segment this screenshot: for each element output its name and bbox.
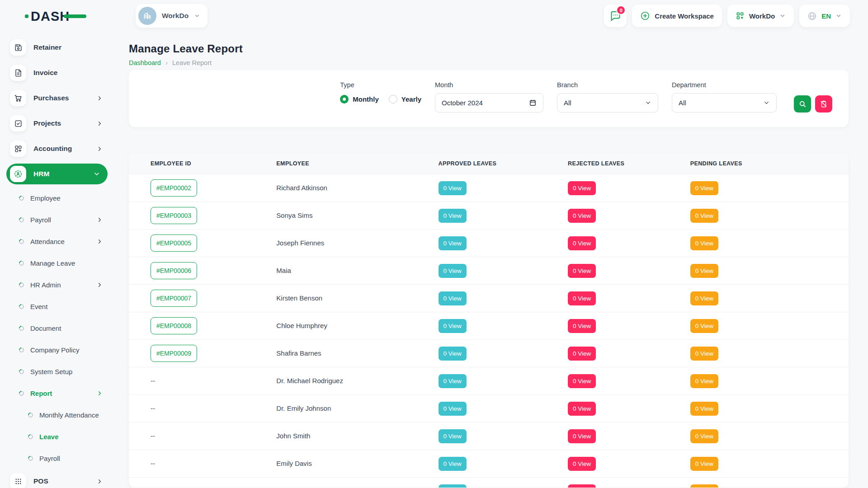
- rejected-leaves-view-badge[interactable]: 0 View: [568, 457, 596, 471]
- sidebar-item-invoice[interactable]: Invoice: [10, 62, 104, 83]
- approved-leaves-view-badge[interactable]: 0 View: [439, 291, 467, 305]
- pending-leaves-view-badge[interactable]: 0 View: [690, 457, 718, 471]
- pending-leaves-view-badge[interactable]: 0 View: [690, 209, 718, 223]
- sidebar-subitem-monthly-attendance[interactable]: Monthly Attendance: [10, 406, 104, 424]
- department-select[interactable]: All: [672, 93, 777, 113]
- sidebar-item-pos[interactable]: POS: [10, 471, 104, 488]
- bullet-icon: [27, 433, 34, 440]
- radio-yearly[interactable]: Yearly: [389, 95, 421, 103]
- employee-id-button[interactable]: #EMP00006: [151, 262, 197, 279]
- pending-leaves-view-badge[interactable]: 0 View: [690, 484, 718, 488]
- sidebar-subitem-document[interactable]: Document: [10, 319, 104, 337]
- pending-leaves-view-badge[interactable]: 0 View: [690, 402, 718, 416]
- sidebar-item-projects[interactable]: Projects: [10, 113, 104, 134]
- employee-name-cell: John Smith: [276, 432, 438, 440]
- sidebar-subitem-system-setup[interactable]: System Setup: [10, 362, 104, 380]
- sidebar-subitem-label: Employee: [30, 194, 104, 202]
- employee-id-button[interactable]: #EMP00009: [151, 345, 197, 362]
- employee-name-cell: Sonya Sims: [276, 211, 438, 220]
- approved-leaves-view-badge[interactable]: 0 View: [439, 374, 467, 388]
- pending-leaves-view-badge[interactable]: 0 View: [690, 347, 718, 361]
- radio-unchecked-icon[interactable]: [389, 95, 397, 103]
- employee-name-cell: Shafira Barnes: [276, 349, 438, 357]
- rejected-leaves-view-badge[interactable]: 0 View: [568, 264, 596, 278]
- approved-leaves-view-badge[interactable]: 0 View: [439, 484, 467, 488]
- sidebar-subitem-payroll[interactable]: Payroll: [10, 449, 104, 467]
- create-workspace-button[interactable]: Create Workspace: [632, 5, 722, 27]
- rejected-leaves-view-badge[interactable]: 0 View: [568, 236, 596, 250]
- col-employee-id: EMPLOYEE ID: [129, 160, 276, 167]
- approved-leaves-view-badge[interactable]: 0 View: [439, 457, 467, 471]
- rejected-leaves-cell: 0 View: [568, 374, 690, 388]
- sidebar-subitem-hr-admin[interactable]: HR Admin: [10, 276, 104, 294]
- employee-name: Dr. Emily Johnson: [276, 404, 331, 412]
- sidebar-subitem-event[interactable]: Event: [10, 297, 104, 315]
- rejected-leaves-view-badge[interactable]: 0 View: [568, 374, 596, 388]
- employee-id-button[interactable]: #EMP00003: [151, 207, 197, 224]
- employee-id-button[interactable]: #EMP00008: [151, 317, 197, 334]
- workdo-menu-button[interactable]: WorkDo: [727, 5, 794, 27]
- rejected-leaves-view-badge[interactable]: 0 View: [568, 319, 596, 333]
- calendar-icon[interactable]: [529, 99, 537, 107]
- pending-leaves-view-badge[interactable]: 0 View: [690, 236, 718, 250]
- approved-leaves-view-badge[interactable]: 0 View: [439, 264, 467, 278]
- month-input[interactable]: October 2024: [435, 93, 543, 113]
- language-selector[interactable]: EN: [799, 5, 850, 27]
- radio-checked-icon[interactable]: [340, 95, 349, 103]
- sidebar-item-retainer[interactable]: Retainer: [10, 37, 104, 58]
- bullet-icon: [18, 194, 25, 202]
- sidebar-subitem-company-policy[interactable]: Company Policy: [10, 341, 104, 359]
- sidebar-subitem-leave[interactable]: Leave: [10, 427, 104, 446]
- approved-leaves-view-badge[interactable]: 0 View: [439, 429, 467, 443]
- pending-leaves-view-badge[interactable]: 0 View: [690, 264, 718, 278]
- invoice-icon: [10, 65, 26, 81]
- pending-leaves-view-badge[interactable]: 0 View: [690, 319, 718, 333]
- messages-button[interactable]: 0: [604, 5, 627, 27]
- sidebar-item-purchases[interactable]: Purchases: [10, 88, 104, 108]
- rejected-leaves-view-badge[interactable]: 0 View: [568, 402, 596, 416]
- globe-icon: [807, 11, 817, 21]
- sidebar-subitem-payroll[interactable]: Payroll: [10, 211, 104, 229]
- app-root: DASH WorkDo 0: [0, 0, 868, 488]
- approved-leaves-view-badge[interactable]: 0 View: [439, 402, 467, 416]
- employee-name: Maia: [276, 267, 291, 274]
- radio-monthly[interactable]: Monthly: [340, 95, 379, 103]
- approved-leaves-view-badge[interactable]: 0 View: [439, 236, 467, 250]
- employee-id-button[interactable]: #EMP00005: [151, 235, 197, 252]
- pending-leaves-cell: 0 View: [690, 181, 849, 195]
- rejected-leaves-view-badge[interactable]: 0 View: [568, 347, 596, 361]
- rejected-leaves-view-badge[interactable]: 0 View: [568, 484, 596, 488]
- breadcrumb-dashboard-link[interactable]: Dashboard: [129, 59, 161, 66]
- employee-id-button[interactable]: #EMP00002: [151, 179, 197, 197]
- reset-button[interactable]: [815, 95, 832, 113]
- approved-leaves-view-badge[interactable]: 0 View: [439, 209, 467, 223]
- sidebar-subitem-manage-leave[interactable]: Manage Leave: [10, 254, 104, 272]
- approved-leaves-view-badge[interactable]: 0 View: [439, 181, 467, 195]
- create-workspace-label: Create Workspace: [655, 12, 714, 20]
- rejected-leaves-view-badge[interactable]: 0 View: [568, 429, 596, 443]
- employee-id-button[interactable]: #EMP00007: [151, 290, 197, 307]
- workspace-selector[interactable]: WorkDo: [136, 4, 208, 28]
- approved-leaves-view-badge[interactable]: 0 View: [439, 347, 467, 361]
- rejected-leaves-view-badge[interactable]: 0 View: [568, 209, 596, 223]
- approved-leaves-view-badge[interactable]: 0 View: [439, 319, 467, 333]
- sidebar-item-hrm[interactable]: HRM: [6, 164, 108, 184]
- chevron-right-icon: [96, 478, 103, 485]
- pending-leaves-view-badge[interactable]: 0 View: [690, 374, 718, 388]
- pending-leaves-view-badge[interactable]: 0 View: [690, 181, 718, 195]
- sidebar-subitem-employee[interactable]: Employee: [10, 189, 104, 207]
- employee-name-cell: James Brown: [276, 487, 438, 488]
- type-label: Type: [340, 81, 421, 89]
- pending-leaves-view-badge[interactable]: 0 View: [690, 291, 718, 305]
- rejected-leaves-view-badge[interactable]: 0 View: [568, 181, 596, 195]
- bullet-icon: [18, 303, 25, 310]
- employee-name-cell: Dr. Michael Rodriguez: [276, 377, 438, 385]
- sidebar-subitem-report[interactable]: Report: [10, 384, 104, 402]
- sidebar-item-accounting[interactable]: Accounting: [10, 138, 104, 159]
- rejected-leaves-view-badge[interactable]: 0 View: [568, 291, 596, 305]
- branch-select[interactable]: All: [557, 93, 658, 113]
- employee-id-cell: #EMP00005: [129, 235, 276, 252]
- pending-leaves-view-badge[interactable]: 0 View: [690, 429, 718, 443]
- sidebar-subitem-attendance[interactable]: Attendance: [10, 232, 104, 250]
- search-button[interactable]: [794, 95, 811, 113]
